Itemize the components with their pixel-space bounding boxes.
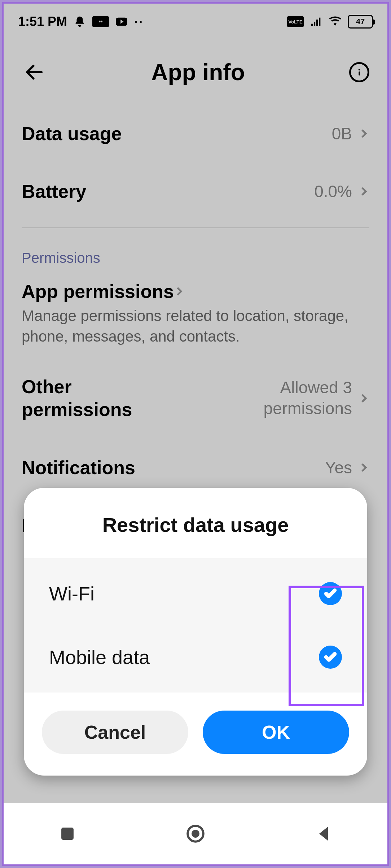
- section-permissions-title: Permissions: [22, 250, 369, 266]
- svg-rect-2: [359, 71, 360, 76]
- youtube-icon: [115, 16, 128, 28]
- row-label: Data usage: [22, 123, 122, 144]
- chevron-right-icon: [359, 393, 369, 404]
- option-label: Mobile data: [49, 646, 150, 668]
- ok-button[interactable]: OK: [203, 711, 349, 754]
- system-nav-bar: [4, 803, 387, 864]
- nav-recents-button[interactable]: [55, 821, 80, 846]
- row-label: Battery: [22, 181, 86, 202]
- chevron-right-icon: [174, 286, 185, 297]
- option-wifi[interactable]: Wi-Fi: [24, 562, 367, 625]
- row-battery[interactable]: Battery 0.0%: [22, 162, 369, 220]
- nav-back-button[interactable]: [311, 821, 336, 846]
- row-value: 0.0%: [314, 182, 352, 201]
- battery-level: 47: [349, 16, 372, 27]
- row-label: Other permissions: [22, 376, 187, 421]
- row-data-usage[interactable]: Data usage 0B: [22, 105, 369, 162]
- back-button[interactable]: [22, 60, 47, 85]
- status-time: 1:51 PM: [18, 14, 67, 29]
- row-label: App permissions: [22, 281, 174, 302]
- chevron-right-icon: [359, 462, 369, 473]
- signal-icon: [310, 16, 322, 28]
- svg-point-1: [359, 69, 360, 71]
- dialog-title: Restrict data usage: [24, 488, 367, 558]
- more-notifications-icon: ··: [134, 15, 144, 29]
- chevron-right-icon: [359, 128, 369, 139]
- nav-home-button[interactable]: [183, 821, 208, 846]
- checkbox-wifi[interactable]: [319, 582, 342, 605]
- wifi-icon: [329, 16, 341, 28]
- row-value: 0B: [332, 124, 352, 143]
- checkbox-mobile-data[interactable]: [319, 646, 342, 669]
- row-value: Allowed 3 permissions: [187, 377, 352, 419]
- row-value: Yes: [325, 458, 352, 477]
- row-subtitle: Manage permissions related to location, …: [22, 306, 353, 347]
- option-mobile-data[interactable]: Mobile data: [24, 625, 367, 689]
- volte-icon: VoLTE: [287, 16, 304, 27]
- option-label: Wi-Fi: [49, 582, 95, 605]
- divider: [22, 227, 369, 228]
- app-chip-icon: ••: [92, 16, 109, 27]
- info-button[interactable]: [349, 62, 369, 82]
- app-header: App info: [4, 40, 387, 105]
- battery-icon: 47: [348, 15, 373, 29]
- row-label: Notifications: [22, 457, 135, 478]
- status-bar: 1:51 PM •• ·· VoLTE 47: [4, 4, 387, 40]
- page-title: App info: [47, 59, 349, 86]
- svg-rect-3: [61, 828, 74, 840]
- row-app-permissions[interactable]: App permissions Manage permissions relat…: [22, 270, 369, 357]
- svg-point-5: [192, 830, 199, 838]
- cancel-button[interactable]: Cancel: [42, 711, 188, 754]
- row-other-permissions[interactable]: Other permissions Allowed 3 permissions: [22, 357, 369, 439]
- restrict-data-dialog: Restrict data usage Wi-Fi Mobile data Ca…: [24, 488, 367, 776]
- bell-icon: [74, 16, 86, 28]
- chevron-right-icon: [359, 186, 369, 197]
